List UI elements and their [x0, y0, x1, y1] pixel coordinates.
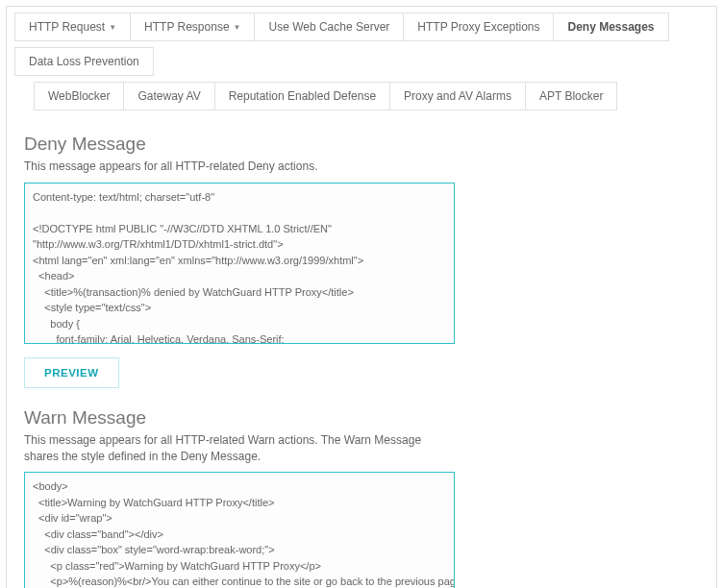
tab-row-2: WebBlocker Gateway AV Reputation Enabled…	[34, 82, 709, 116]
tab-red[interactable]: Reputation Enabled Defense	[214, 82, 390, 110]
warn-desc: This message appears for all HTTP-relate…	[24, 432, 428, 465]
warn-message-textarea[interactable]	[24, 472, 455, 588]
tab-deny-messages[interactable]: Deny Messages	[553, 12, 668, 41]
tab-http-request[interactable]: HTTP Request ▼	[14, 12, 131, 41]
tab-label: WebBlocker	[48, 89, 110, 103]
tab-label: Data Loss Prevention	[29, 55, 139, 68]
tab-label: Deny Messages	[567, 20, 654, 34]
preview-button[interactable]: PREVIEW	[24, 357, 119, 388]
tab-apt-blocker[interactable]: APT Blocker	[525, 82, 617, 110]
tab-label: Proxy and AV Alarms	[404, 89, 511, 103]
deny-desc: This message appears for all HTTP-relate…	[24, 159, 699, 175]
tab-web-cache[interactable]: Use Web Cache Server	[254, 12, 404, 41]
warn-title: Warn Message	[24, 407, 699, 429]
tab-bar: HTTP Request ▼ HTTP Response ▼ Use Web C…	[7, 7, 716, 116]
tab-label: HTTP Proxy Exceptions	[417, 20, 539, 34]
panel: HTTP Request ▼ HTTP Response ▼ Use Web C…	[6, 6, 717, 588]
tab-proxy-av-alarms[interactable]: Proxy and AV Alarms	[389, 82, 526, 110]
content: Deny Message This message appears for al…	[7, 116, 716, 588]
tab-label: HTTP Response	[144, 20, 229, 34]
tab-webblocker[interactable]: WebBlocker	[34, 82, 124, 110]
tab-label: APT Blocker	[539, 89, 603, 103]
tab-dlp[interactable]: Data Loss Prevention	[14, 47, 154, 76]
deny-message-textarea[interactable]	[24, 183, 455, 344]
deny-button-row: PREVIEW	[24, 357, 699, 388]
tab-row-1: HTTP Request ▼ HTTP Response ▼ Use Web C…	[14, 12, 709, 82]
tab-http-response[interactable]: HTTP Response ▼	[130, 12, 255, 41]
deny-title: Deny Message	[24, 134, 699, 155]
tab-label: Use Web Cache Server	[268, 20, 389, 34]
tab-proxy-exceptions[interactable]: HTTP Proxy Exceptions	[403, 12, 554, 41]
tab-label: Reputation Enabled Defense	[229, 89, 376, 103]
tab-gateway-av[interactable]: Gateway AV	[123, 82, 214, 110]
tab-label: HTTP Request	[29, 20, 105, 34]
caret-down-icon: ▼	[109, 23, 116, 32]
caret-down-icon: ▼	[234, 23, 241, 32]
tab-label: Gateway AV	[137, 89, 200, 103]
